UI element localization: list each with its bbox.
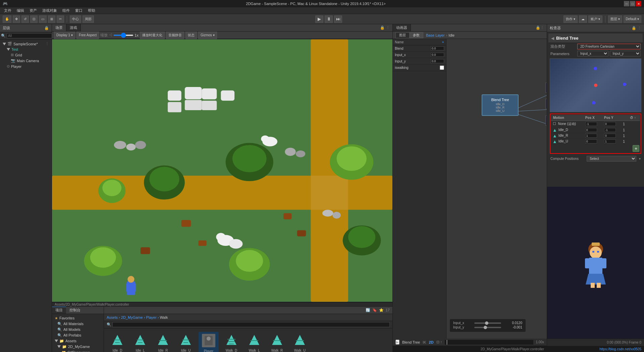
asset-idle-r[interactable]: Idle_R [153, 332, 173, 352]
compute-arrow[interactable]: ▾ [639, 157, 641, 161]
base-layer-label[interactable]: Base Layer [426, 33, 445, 37]
param-inputy-input[interactable] [431, 59, 444, 63]
hand-tool[interactable]: ✋ [3, 15, 11, 23]
aspect-selector[interactable]: Free Aspect [76, 32, 99, 39]
asset-idle-l[interactable]: Idle_L [130, 332, 150, 352]
asset-idle-u[interactable]: Idle_U [176, 332, 196, 352]
blend-tree-sub-1[interactable]: Blend Tree [545, 83, 547, 93]
idle-state-label[interactable]: Idle [448, 33, 454, 37]
add-param-btn[interactable]: + [442, 40, 444, 44]
menu-window[interactable]: 窗口 [72, 7, 85, 14]
scene-menu-icon[interactable]: ⋮ [45, 42, 49, 46]
transform-tool[interactable]: ⊞ [48, 15, 55, 23]
inspector-lock-icon[interactable]: 🔒 [632, 26, 636, 30]
tree-favorites[interactable]: ★ Favorites [53, 315, 102, 321]
account-button[interactable]: 账户 ▾ [588, 15, 602, 23]
gizmos-btn[interactable]: Gizmos ▾ [198, 32, 217, 39]
menu-gameobject[interactable]: 游戏对象 [40, 7, 60, 14]
menu-help[interactable]: 帮助 [85, 7, 98, 14]
breadcrumb-player[interactable]: Player [146, 315, 156, 319]
motion-idleu-posx[interactable] [583, 139, 602, 144]
breadcrumb-2dmygame[interactable]: 2D_MyGame [121, 315, 143, 319]
custom-tool[interactable]: ✂ [57, 15, 64, 23]
timeline-2d-btn[interactable]: 2D [429, 340, 434, 344]
assets-bookmark-icon[interactable]: 🔖 [372, 308, 377, 312]
layers-tab[interactable]: 图层 [395, 32, 409, 38]
play-button[interactable]: ▶ [315, 15, 323, 23]
tree-all-prefabs[interactable]: 🔍 All Prefabs [53, 333, 102, 338]
display-selector[interactable]: Display 1 ▾ [54, 32, 75, 39]
scale-slider[interactable] [113, 35, 133, 36]
motion-none-posx[interactable] [583, 121, 602, 127]
menu-edit[interactable]: 编辑 [14, 7, 27, 14]
asset-walk-u[interactable]: Walk_U [290, 332, 310, 352]
close-button[interactable]: ✕ [636, 1, 641, 6]
motion-idleu-posy[interactable] [602, 139, 621, 144]
move-tool[interactable]: ✥ [13, 15, 20, 23]
assets-refresh-icon[interactable]: 🔄 [366, 308, 370, 312]
center-pivot[interactable]: 中心 [70, 15, 81, 23]
param-inputx-input[interactable] [431, 53, 444, 57]
hierarchy-item-grid[interactable]: ⊞ Grid [1, 52, 50, 58]
timeline-play-btn[interactable]: ▶ [395, 340, 399, 345]
rect-tool[interactable]: ▭ [39, 15, 47, 23]
viz-dot-top[interactable] [594, 67, 597, 70]
breadcrumb-walk[interactable]: Walk [160, 315, 168, 319]
hierarchy-item-player[interactable]: ⊙ Player [1, 63, 50, 69]
asset-walk-l[interactable]: Walk_L [244, 332, 264, 352]
blend-tree-main-node[interactable]: Blend Tree Idle_D Idle_R Idle_U [482, 94, 519, 116]
tab-game[interactable]: 游戏 [66, 24, 81, 31]
view-more-icon[interactable]: ⋮ [386, 26, 390, 30]
param-y-slider[interactable] [474, 327, 501, 328]
maximize-button[interactable]: □ [630, 1, 635, 6]
pause-button[interactable]: ⏸ [325, 15, 333, 23]
hierarchy-item-scene[interactable]: 🎬 SampleScene* ⋮ [1, 41, 50, 47]
bt-back-icon[interactable]: ◀ [551, 36, 554, 41]
menu-file[interactable]: 文件 [1, 7, 14, 14]
hint-url[interactable]: https://blog.csdn.net/xx0505 [599, 347, 641, 351]
blend-type-select[interactable]: 2D Freeform Cartesian [577, 44, 641, 49]
tab-animator[interactable]: 动画器 [393, 24, 411, 31]
tab-scene[interactable]: 场景 [52, 24, 66, 31]
params-tab[interactable]: 参数 [409, 32, 423, 38]
animator-more-icon[interactable]: ⋮ [540, 26, 544, 30]
param-x-slider[interactable] [474, 322, 501, 324]
param-y-select[interactable]: Input_y [610, 51, 641, 56]
viz-dot-center[interactable] [594, 84, 597, 87]
asset-player[interactable]: Player [199, 332, 219, 352]
tab-console[interactable]: 控制台 [66, 307, 84, 314]
local-global[interactable]: 局部 [83, 15, 94, 23]
view-lock-icon[interactable]: 🔒 [380, 26, 385, 30]
tab-project[interactable]: 项目 [52, 307, 66, 314]
timeline-ik-btn[interactable]: IK [423, 340, 426, 344]
tree-all-materials[interactable]: 🔍 All Materials [53, 321, 102, 327]
assets-star-icon[interactable]: ⭐ [379, 308, 384, 312]
asset-walk-d[interactable]: Walk_D [221, 332, 241, 352]
menu-assets[interactable]: 资产 [27, 7, 40, 14]
hierarchy-search-input[interactable] [7, 33, 52, 38]
hierarchy-lock-icon[interactable]: 🔒 [44, 26, 49, 30]
layout-button[interactable]: Default ▾ [624, 15, 641, 23]
add-motion-button[interactable]: + [633, 145, 639, 152]
param-x-select[interactable]: Input_x [577, 51, 608, 56]
motion-idled-posx[interactable] [583, 127, 602, 133]
mute-btn[interactable]: 音频静音 [166, 32, 184, 39]
motion-idled-posy[interactable] [602, 127, 621, 133]
asset-idle-d[interactable]: Idle_D [107, 332, 127, 352]
animator-graph[interactable]: Blend Tree Idle_D Idle_R Idle_U Blend Tr… [446, 39, 547, 339]
param-blend-input[interactable] [431, 46, 444, 50]
blend-tree-sub-2[interactable]: Blend Tree [545, 99, 547, 109]
hierarchy-item-main-camera[interactable]: 📷 Main Camera [1, 58, 50, 63]
step-button[interactable]: ⏭ [334, 15, 342, 23]
hierarchy-item-test[interactable]: Test [1, 47, 50, 52]
layers-button[interactable]: 图层 ▾ [608, 15, 622, 23]
menu-component[interactable]: 组件 [60, 7, 72, 14]
tree-all-models[interactable]: 🔍 All Models [53, 327, 102, 333]
scale-tool[interactable]: ⊡ [30, 15, 38, 23]
blend-tree-sub-3[interactable]: Blend Tree [545, 116, 547, 126]
tree-csharp[interactable]: 📁 C#Resources [53, 350, 102, 352]
animator-lock-icon[interactable]: 🔒 [536, 26, 540, 30]
viz-dot-bottom[interactable] [592, 101, 595, 104]
motion-none-posy[interactable] [602, 121, 621, 127]
tree-assets[interactable]: 📁 Assets [53, 338, 102, 344]
